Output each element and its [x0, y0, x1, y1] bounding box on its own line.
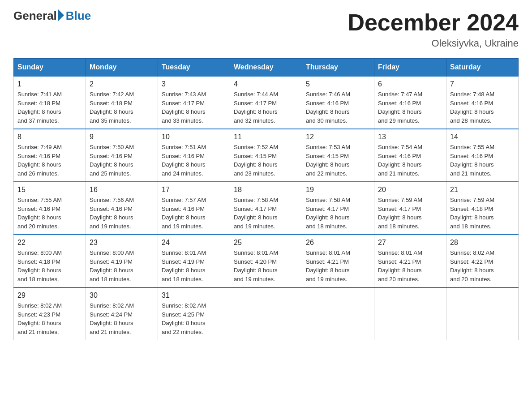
day-number: 2	[90, 80, 154, 88]
day-number: 27	[378, 239, 442, 247]
day-number: 24	[162, 239, 226, 247]
page-subtitle: Oleksiyvka, Ukraine	[348, 38, 519, 49]
day-info: Sunrise: 7:58 AM Sunset: 4:17 PM Dayligh…	[306, 196, 370, 231]
day-number: 12	[306, 133, 370, 141]
calendar-cell: 2 Sunrise: 7:42 AM Sunset: 4:18 PM Dayli…	[86, 76, 158, 129]
day-number: 10	[162, 133, 226, 141]
day-info: Sunrise: 8:02 AM Sunset: 4:25 PM Dayligh…	[162, 301, 226, 336]
day-number: 21	[450, 186, 515, 194]
calendar-cell: 17 Sunrise: 7:57 AM Sunset: 4:16 PM Dayl…	[158, 182, 230, 235]
day-info: Sunrise: 7:47 AM Sunset: 4:16 PM Dayligh…	[378, 90, 442, 125]
calendar-cell	[374, 287, 446, 340]
day-number: 25	[234, 239, 298, 247]
day-info: Sunrise: 7:56 AM Sunset: 4:16 PM Dayligh…	[90, 196, 154, 231]
calendar-cell: 28 Sunrise: 8:02 AM Sunset: 4:22 PM Dayl…	[446, 235, 519, 287]
calendar-cell: 6 Sunrise: 7:47 AM Sunset: 4:16 PM Dayli…	[374, 76, 446, 129]
calendar-cell: 25 Sunrise: 8:01 AM Sunset: 4:20 PM Dayl…	[230, 235, 302, 287]
day-number: 5	[306, 80, 370, 88]
calendar-cell: 24 Sunrise: 8:01 AM Sunset: 4:19 PM Dayl…	[158, 235, 230, 287]
calendar-cell: 10 Sunrise: 7:51 AM Sunset: 4:16 PM Dayl…	[158, 129, 230, 182]
title-section: December 2024 Oleksiyvka, Ukraine	[348, 9, 519, 49]
day-info: Sunrise: 7:59 AM Sunset: 4:18 PM Dayligh…	[450, 196, 515, 231]
calendar-cell: 13 Sunrise: 7:54 AM Sunset: 4:16 PM Dayl…	[374, 129, 446, 182]
day-number: 20	[378, 186, 442, 194]
calendar-cell: 11 Sunrise: 7:52 AM Sunset: 4:15 PM Dayl…	[230, 129, 302, 182]
day-info: Sunrise: 7:58 AM Sunset: 4:17 PM Dayligh…	[234, 196, 298, 231]
calendar-cell: 30 Sunrise: 8:02 AM Sunset: 4:24 PM Dayl…	[86, 287, 158, 340]
weekday-header-wednesday: Wednesday	[230, 59, 302, 77]
day-info: Sunrise: 8:02 AM Sunset: 4:24 PM Dayligh…	[90, 301, 154, 336]
day-number: 28	[450, 239, 515, 247]
day-number: 22	[17, 239, 82, 247]
day-number: 6	[378, 80, 442, 88]
day-info: Sunrise: 7:44 AM Sunset: 4:17 PM Dayligh…	[234, 90, 298, 125]
day-info: Sunrise: 7:57 AM Sunset: 4:16 PM Dayligh…	[162, 196, 226, 231]
day-info: Sunrise: 8:00 AM Sunset: 4:19 PM Dayligh…	[90, 248, 154, 283]
day-number: 30	[90, 291, 154, 300]
calendar-cell: 12 Sunrise: 7:53 AM Sunset: 4:15 PM Dayl…	[302, 129, 374, 182]
day-info: Sunrise: 8:01 AM Sunset: 4:19 PM Dayligh…	[162, 248, 226, 283]
day-number: 31	[162, 291, 226, 300]
weekday-header-friday: Friday	[374, 59, 446, 77]
day-info: Sunrise: 7:54 AM Sunset: 4:16 PM Dayligh…	[378, 143, 442, 178]
logo-general: General	[13, 9, 57, 23]
calendar-cell: 4 Sunrise: 7:44 AM Sunset: 4:17 PM Dayli…	[230, 76, 302, 129]
day-info: Sunrise: 7:42 AM Sunset: 4:18 PM Dayligh…	[90, 90, 154, 125]
calendar-cell: 27 Sunrise: 8:01 AM Sunset: 4:21 PM Dayl…	[374, 235, 446, 287]
day-info: Sunrise: 8:01 AM Sunset: 4:21 PM Dayligh…	[378, 248, 442, 283]
day-number: 23	[90, 239, 154, 247]
calendar-cell: 7 Sunrise: 7:48 AM Sunset: 4:16 PM Dayli…	[446, 76, 519, 129]
weekday-header-saturday: Saturday	[446, 59, 519, 77]
calendar-cell: 15 Sunrise: 7:55 AM Sunset: 4:16 PM Dayl…	[14, 182, 86, 235]
week-row-1: 1 Sunrise: 7:41 AM Sunset: 4:18 PM Dayli…	[14, 76, 519, 129]
calendar-cell: 19 Sunrise: 7:58 AM Sunset: 4:17 PM Dayl…	[302, 182, 374, 235]
day-info: Sunrise: 8:00 AM Sunset: 4:18 PM Dayligh…	[17, 248, 82, 283]
day-info: Sunrise: 7:43 AM Sunset: 4:17 PM Dayligh…	[162, 90, 226, 125]
calendar-cell: 31 Sunrise: 8:02 AM Sunset: 4:25 PM Dayl…	[158, 287, 230, 340]
day-number: 1	[17, 80, 82, 88]
day-info: Sunrise: 7:55 AM Sunset: 4:16 PM Dayligh…	[450, 143, 515, 178]
day-info: Sunrise: 7:49 AM Sunset: 4:16 PM Dayligh…	[17, 143, 82, 178]
calendar-cell: 14 Sunrise: 7:55 AM Sunset: 4:16 PM Dayl…	[446, 129, 519, 182]
calendar-cell: 23 Sunrise: 8:00 AM Sunset: 4:19 PM Dayl…	[86, 235, 158, 287]
calendar-cell	[446, 287, 519, 340]
page-header: General Blue December 2024 Oleksiyvka, U…	[13, 9, 519, 49]
weekday-header-row: SundayMondayTuesdayWednesdayThursdayFrid…	[14, 59, 519, 77]
day-info: Sunrise: 7:59 AM Sunset: 4:17 PM Dayligh…	[378, 196, 442, 231]
day-info: Sunrise: 7:53 AM Sunset: 4:15 PM Dayligh…	[306, 143, 370, 178]
day-number: 19	[306, 186, 370, 194]
week-row-5: 29 Sunrise: 8:02 AM Sunset: 4:23 PM Dayl…	[14, 287, 519, 340]
day-number: 7	[450, 80, 515, 88]
calendar-table: SundayMondayTuesdayWednesdayThursdayFrid…	[13, 58, 519, 340]
calendar-cell: 20 Sunrise: 7:59 AM Sunset: 4:17 PM Dayl…	[374, 182, 446, 235]
day-info: Sunrise: 8:01 AM Sunset: 4:20 PM Dayligh…	[234, 248, 298, 283]
calendar-cell: 29 Sunrise: 8:02 AM Sunset: 4:23 PM Dayl…	[14, 287, 86, 340]
weekday-header-tuesday: Tuesday	[158, 59, 230, 77]
logo-triangle-icon	[58, 9, 64, 21]
calendar-cell: 3 Sunrise: 7:43 AM Sunset: 4:17 PM Dayli…	[158, 76, 230, 129]
weekday-header-thursday: Thursday	[302, 59, 374, 77]
day-number: 13	[378, 133, 442, 141]
calendar-cell: 8 Sunrise: 7:49 AM Sunset: 4:16 PM Dayli…	[14, 129, 86, 182]
day-info: Sunrise: 7:41 AM Sunset: 4:18 PM Dayligh…	[17, 90, 82, 125]
week-row-2: 8 Sunrise: 7:49 AM Sunset: 4:16 PM Dayli…	[14, 129, 519, 182]
day-info: Sunrise: 8:01 AM Sunset: 4:21 PM Dayligh…	[306, 248, 370, 283]
day-info: Sunrise: 8:02 AM Sunset: 4:22 PM Dayligh…	[450, 248, 515, 283]
day-number: 15	[17, 186, 82, 194]
calendar-cell	[230, 287, 302, 340]
logo-blue: Blue	[66, 9, 91, 23]
day-number: 4	[234, 80, 298, 88]
day-info: Sunrise: 7:55 AM Sunset: 4:16 PM Dayligh…	[17, 196, 82, 231]
day-info: Sunrise: 7:48 AM Sunset: 4:16 PM Dayligh…	[450, 90, 515, 125]
calendar-cell: 5 Sunrise: 7:46 AM Sunset: 4:16 PM Dayli…	[302, 76, 374, 129]
calendar-cell: 18 Sunrise: 7:58 AM Sunset: 4:17 PM Dayl…	[230, 182, 302, 235]
weekday-header-sunday: Sunday	[14, 59, 86, 77]
week-row-3: 15 Sunrise: 7:55 AM Sunset: 4:16 PM Dayl…	[14, 182, 519, 235]
day-info: Sunrise: 8:02 AM Sunset: 4:23 PM Dayligh…	[17, 301, 82, 336]
page-title: December 2024	[348, 9, 519, 36]
day-info: Sunrise: 7:50 AM Sunset: 4:16 PM Dayligh…	[90, 143, 154, 178]
day-number: 14	[450, 133, 515, 141]
weekday-header-monday: Monday	[86, 59, 158, 77]
day-number: 3	[162, 80, 226, 88]
calendar-cell: 1 Sunrise: 7:41 AM Sunset: 4:18 PM Dayli…	[14, 76, 86, 129]
